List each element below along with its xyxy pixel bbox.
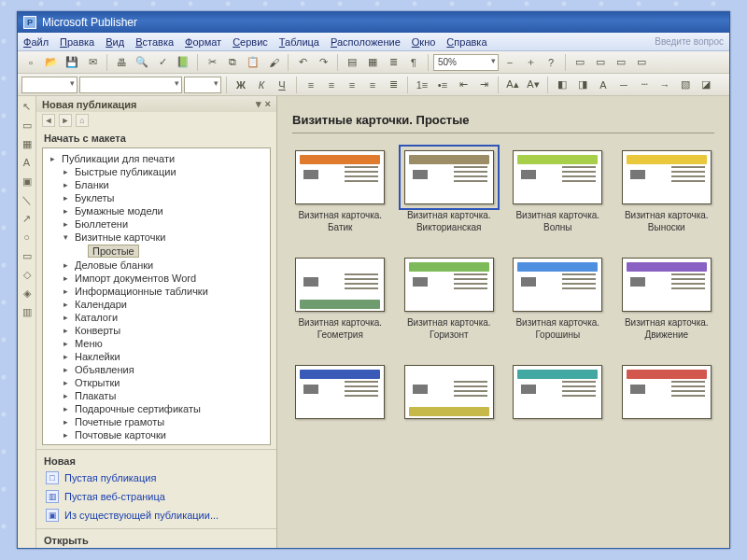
tree-item[interactable]: ▸Объявления <box>45 363 268 376</box>
nav-fwd-icon[interactable]: ► <box>59 114 72 127</box>
design-gallery-tool-icon[interactable]: ▥ <box>21 305 34 318</box>
line-style-icon[interactable]: ─ <box>614 76 633 94</box>
paste-icon[interactable]: 📋 <box>244 53 262 72</box>
template-card[interactable]: Визитная карточка. Выноски <box>619 150 715 233</box>
bookmark-tool-icon[interactable]: ◈ <box>21 287 34 300</box>
webtools-2-icon[interactable]: ▭ <box>591 53 610 72</box>
zoom-in-icon[interactable]: ＋ <box>521 53 540 72</box>
picture-tool-icon[interactable]: ▣ <box>21 175 34 188</box>
tree-item[interactable]: ▸Меню <box>45 337 268 350</box>
tree-item[interactable]: ▸Буклеты <box>45 191 268 204</box>
menu-окно[interactable]: Окно <box>412 36 436 48</box>
help-icon[interactable]: ? <box>542 53 560 72</box>
tree-item[interactable]: ▸Информационные таблички <box>45 285 268 298</box>
style-combo[interactable] <box>21 77 78 93</box>
menu-расположение[interactable]: Расположение <box>331 36 401 48</box>
template-card[interactable]: Визитная карточка. Геометрия <box>292 258 388 341</box>
taskpane-dropdown-icon[interactable]: ▾ <box>256 98 261 110</box>
menu-справка[interactable]: Справка <box>446 36 486 48</box>
taskpane-link[interactable]: ▥Пустая веб-страница <box>36 487 276 506</box>
format-painter-icon[interactable]: 🖌 <box>264 53 283 72</box>
font-color-icon[interactable]: A <box>594 76 613 94</box>
tree-item[interactable]: ▾Визитные карточки <box>45 231 268 244</box>
tree-item[interactable]: ▸Бюллетени <box>45 217 268 231</box>
template-tree[interactable]: ▸Публикации для печати▸Быстрые публикаци… <box>42 147 271 445</box>
preview-icon[interactable]: 🔍 <box>133 53 151 72</box>
menu-вид[interactable]: Вид <box>106 36 124 48</box>
line-color-icon[interactable]: ◨ <box>573 76 592 94</box>
template-card[interactable]: Визитная карточка. Движение <box>619 258 715 341</box>
distribute-icon[interactable]: ≣ <box>384 76 402 94</box>
menu-сервис[interactable]: Сервис <box>233 36 268 48</box>
grow-font-icon[interactable]: A▴ <box>503 76 522 94</box>
nav-home-icon[interactable]: ⌂ <box>76 114 89 127</box>
fill-color-icon[interactable]: ◧ <box>553 76 571 94</box>
arrow-style-icon[interactable]: → <box>655 76 674 94</box>
bullets-icon[interactable]: •≡ <box>433 76 452 94</box>
taskpane-link[interactable]: ▣Из существующей публикации... <box>36 506 276 525</box>
template-card[interactable]: Визитная карточка. Волны <box>510 150 606 233</box>
zoom-combo[interactable]: 50% <box>433 54 499 71</box>
save-icon[interactable]: 💾 <box>63 53 81 72</box>
shapes-tool-icon[interactable]: ◇ <box>21 268 34 281</box>
size-combo[interactable] <box>184 77 221 93</box>
italic-icon[interactable]: К <box>252 76 271 94</box>
tree-item[interactable]: ▸Приветственные открытки <box>45 441 268 445</box>
arrow-tool-icon[interactable]: ↗ <box>21 212 34 225</box>
menu-вставка[interactable]: Вставка <box>135 36 174 48</box>
spell-icon[interactable]: ✓ <box>153 53 172 72</box>
redo-icon[interactable]: ↷ <box>314 53 332 72</box>
shrink-font-icon[interactable]: A▾ <box>524 76 543 94</box>
template-card[interactable]: Визитная карточка. Горошины <box>510 258 606 341</box>
template-card[interactable] <box>619 365 715 425</box>
align-center-icon[interactable]: ≡ <box>322 76 341 94</box>
cut-icon[interactable]: ✂ <box>203 53 221 72</box>
tree-item[interactable]: ▸Каталоги <box>45 311 268 324</box>
columns-icon[interactable]: ≣ <box>384 53 402 72</box>
underline-icon[interactable]: Ч <box>273 76 291 94</box>
webtools-1-icon[interactable]: ▭ <box>571 53 589 72</box>
wordart-tool-icon[interactable]: A <box>21 156 34 169</box>
menu-таблица[interactable]: Таблица <box>279 36 319 48</box>
research-icon[interactable]: 📗 <box>174 53 192 72</box>
new-icon[interactable]: ▫ <box>21 53 40 72</box>
template-card[interactable] <box>292 365 388 425</box>
tree-item[interactable]: ▸Подарочные сертификаты <box>45 402 268 415</box>
tree-item[interactable]: ▸Открытки <box>45 376 268 389</box>
outdent-icon[interactable]: ⇤ <box>454 76 472 94</box>
bring-front-icon[interactable]: ▤ <box>343 53 361 72</box>
help-hint[interactable]: Введите вопрос <box>655 36 724 47</box>
menu-файл[interactable]: Файл <box>23 36 49 48</box>
tree-item[interactable]: ▸Быстрые публикации <box>45 165 268 178</box>
menu-правка[interactable]: Правка <box>60 36 94 48</box>
3d-icon[interactable]: ◪ <box>697 76 715 94</box>
tree-item[interactable]: ▸Календари <box>45 298 268 311</box>
tree-item[interactable]: ▸Деловые бланки <box>45 259 268 272</box>
template-card[interactable]: Визитная карточка. Горизонт <box>402 258 498 341</box>
zoom-out-icon[interactable]: − <box>500 53 519 72</box>
tree-item[interactable]: ▸Конверты <box>45 324 268 337</box>
nav-back-icon[interactable]: ◄ <box>42 114 55 127</box>
numbering-icon[interactable]: 1≡ <box>413 76 431 94</box>
font-combo[interactable] <box>79 77 182 93</box>
webtools-4-icon[interactable]: ▭ <box>632 53 651 72</box>
tree-item[interactable]: ▸Импорт документов Word <box>45 272 268 285</box>
template-card[interactable] <box>510 365 606 425</box>
tree-item[interactable]: ▸Почтовые карточки <box>45 428 268 441</box>
align-right-icon[interactable]: ≡ <box>343 76 361 94</box>
align-justify-icon[interactable]: ≡ <box>363 76 382 94</box>
tree-item[interactable]: ▸Почетные грамоты <box>45 415 268 428</box>
open-icon[interactable]: 📂 <box>42 53 61 72</box>
copy-icon[interactable]: ⧉ <box>223 53 242 72</box>
pointer-tool-icon[interactable]: ↖ <box>21 100 34 113</box>
text-tool-icon[interactable]: ▭ <box>21 119 34 132</box>
menu-формат[interactable]: Формат <box>185 36 221 48</box>
webtools-3-icon[interactable]: ▭ <box>612 53 630 72</box>
tree-item[interactable]: ▸Бланки <box>45 178 268 191</box>
taskpane-link[interactable]: □Пустая публикация <box>36 469 276 487</box>
send-back-icon[interactable]: ▦ <box>363 53 382 72</box>
indent-icon[interactable]: ⇥ <box>474 76 493 94</box>
oval-tool-icon[interactable]: ○ <box>21 231 34 244</box>
undo-icon[interactable]: ↶ <box>293 53 312 72</box>
rect-tool-icon[interactable]: ▭ <box>21 249 34 262</box>
